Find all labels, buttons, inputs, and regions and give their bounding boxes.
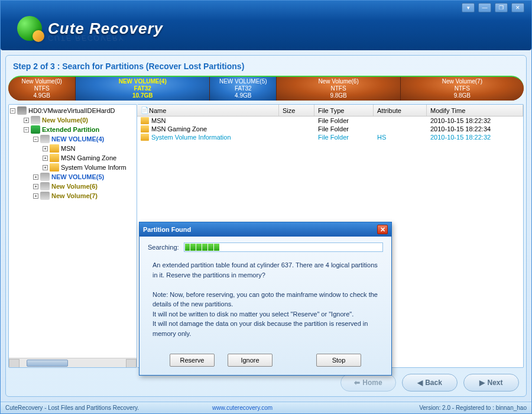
tree-item[interactable]: +MSN Gaming Zone xyxy=(10,153,135,163)
stop-button[interactable]: Stop xyxy=(316,354,361,367)
hdd-icon xyxy=(17,106,27,115)
expander-icon[interactable]: + xyxy=(24,118,29,123)
status-registration: Version: 2.0 - Registered to : binnan_ha… xyxy=(419,405,527,411)
ext-icon xyxy=(31,125,40,134)
expander-icon[interactable]: + xyxy=(33,174,38,180)
vol-icon xyxy=(40,173,50,181)
partition-segment[interactable]: New Volume(7)NTFS9.8GB xyxy=(400,77,524,101)
vol-icon xyxy=(31,116,40,124)
dialog-title: Partition Found xyxy=(143,226,191,233)
titlebar-dropdown[interactable]: ▾ xyxy=(462,3,475,12)
tree-item[interactable]: +NEW VOLUME(5) xyxy=(10,172,135,182)
tree-item[interactable]: −Extended Partition xyxy=(10,125,135,134)
partition-bar: New Volume(0)NTFS4.9GBNEW VOLUME(4)FAT32… xyxy=(8,76,524,101)
folder-icon xyxy=(141,125,149,132)
home-button[interactable]: ⬅ Home xyxy=(340,374,396,392)
folder-icon xyxy=(50,144,59,153)
search-progress xyxy=(184,242,383,252)
col-attr[interactable]: Attribute xyxy=(374,105,427,116)
expander-icon[interactable]: + xyxy=(33,193,38,199)
tree-item[interactable]: +New Volume(0) xyxy=(10,115,135,125)
expander-icon[interactable]: − xyxy=(24,127,29,132)
col-name[interactable]: 📄 Name xyxy=(137,105,279,116)
folder-icon xyxy=(141,134,149,141)
tree-panel: −HD0:VMwareVirtualIDEHardD+New Volume(0)… xyxy=(8,104,137,368)
next-button[interactable]: ▶ Next xyxy=(463,374,519,392)
tree-root[interactable]: −HD0:VMwareVirtualIDEHardD xyxy=(10,106,135,115)
folder-icon xyxy=(50,154,59,162)
expander-icon[interactable]: + xyxy=(43,146,48,151)
titlebar: ▾ — ❐ ✕ Cute Recovery CUTE RECOVERY xyxy=(1,1,531,50)
tree-item[interactable]: +MSN xyxy=(10,144,135,153)
back-button[interactable]: ◀ Back xyxy=(402,374,458,392)
vol-icon xyxy=(40,192,50,200)
file-row[interactable]: System Volume InformationFile FolderHS20… xyxy=(137,133,523,141)
minimize-button[interactable]: — xyxy=(478,3,491,12)
vol-icon xyxy=(40,135,50,143)
col-time[interactable]: Modify Time xyxy=(427,105,523,116)
tree-hscroll[interactable] xyxy=(9,358,137,367)
tree-item[interactable]: +New Volume(6) xyxy=(10,182,135,191)
partition-segment[interactable]: New Volume(0)NTFS4.9GB xyxy=(8,77,75,101)
file-row[interactable]: MSN Gaming ZoneFile Folder2010-10-15 18:… xyxy=(137,125,523,133)
close-button[interactable]: ✕ xyxy=(511,3,524,12)
file-row[interactable]: MSNFile Folder2010-10-15 18:22:32 xyxy=(137,117,523,125)
maximize-button[interactable]: ❐ xyxy=(495,3,508,12)
file-list-header: 📄 Name Size File Type Attribute Modify T… xyxy=(137,105,523,117)
dialog-msg2: Note: Now, before reserving, you can got… xyxy=(153,290,378,309)
status-text: CuteRecovery - Lost Files and Partitions… xyxy=(5,405,139,411)
expander-icon[interactable]: + xyxy=(43,165,48,170)
tree-item[interactable]: +System Volume Inform xyxy=(10,163,135,172)
dialog-msg4: It will not damage the data on your disk… xyxy=(153,319,378,338)
vol-icon xyxy=(40,182,50,190)
step-title: Step 2 of 3 : Search for Partitions (Rec… xyxy=(6,56,526,76)
folder-icon xyxy=(141,117,149,124)
folder-icon xyxy=(50,163,59,172)
col-type[interactable]: File Type xyxy=(314,105,374,116)
dialog-msg1: An extended partition table found at cyl… xyxy=(153,260,378,280)
status-link[interactable]: www.cuterecovery.com xyxy=(212,405,273,411)
partition-segment[interactable]: New Volume(6)NTFS9.8GB xyxy=(276,77,400,101)
partition-segment[interactable]: NEW VOLUME(5)FAT324.9GB xyxy=(209,77,276,101)
searching-label: Searching: xyxy=(148,244,179,251)
dialog-msg3: It will not be written to disk no matter… xyxy=(153,309,378,319)
ignore-button[interactable]: Ignore xyxy=(228,354,273,367)
expander-icon[interactable]: + xyxy=(33,184,38,189)
tree-item[interactable]: −NEW VOLUME(4) xyxy=(10,134,135,144)
expander-icon[interactable]: − xyxy=(10,108,15,114)
logo-reflection: CUTE RECOVERY xyxy=(48,34,124,42)
statusbar: CuteRecovery - Lost Files and Partitions… xyxy=(1,402,531,413)
expander-icon[interactable]: + xyxy=(43,156,48,161)
partition-found-dialog: Partition Found ✕ Searching: An extended… xyxy=(139,222,392,376)
reserve-button[interactable]: Reserve xyxy=(170,354,215,367)
expander-icon[interactable]: − xyxy=(33,137,38,142)
tree-item[interactable]: +New Volume(7) xyxy=(10,191,135,200)
dialog-titlebar[interactable]: Partition Found ✕ xyxy=(140,222,391,237)
dialog-close-button[interactable]: ✕ xyxy=(377,225,388,234)
partition-segment[interactable]: NEW VOLUME(4)FAT3210.7GB xyxy=(75,77,209,101)
logo-icon xyxy=(17,16,42,41)
col-size[interactable]: Size xyxy=(279,105,314,116)
